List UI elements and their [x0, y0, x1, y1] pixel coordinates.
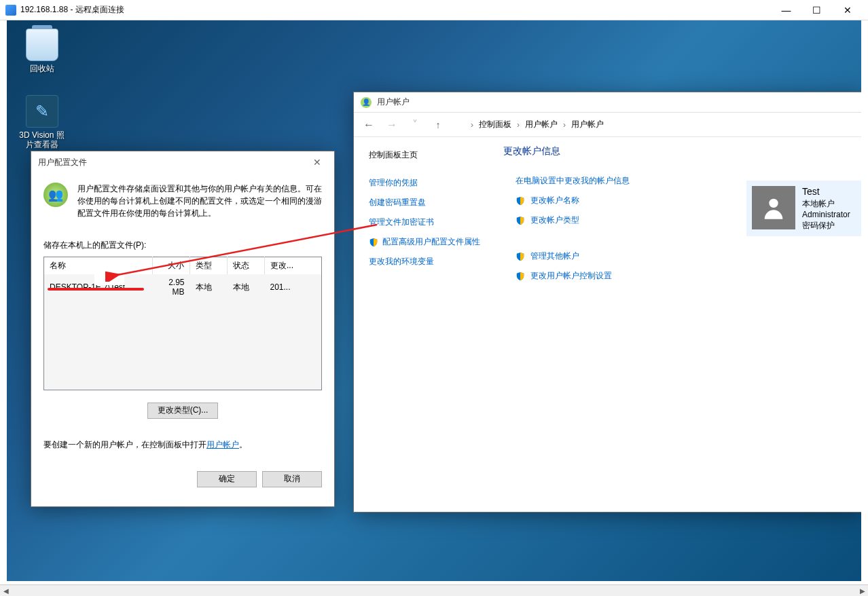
sidebar-item-credentials[interactable]: 管理你的凭据 — [369, 173, 490, 193]
col-size[interactable]: 大小 — [153, 257, 190, 275]
redaction-mark — [94, 274, 124, 285]
close-button[interactable]: ✕ — [832, 0, 863, 20]
main-heading: 更改帐户信息 — [503, 145, 848, 157]
user-accounts-link[interactable]: 用户帐户 — [206, 440, 239, 449]
window-titlebar[interactable]: 用户帐户 — [354, 92, 861, 113]
navigation-bar: ← → ˅ ↑ › 控制面板 › 用户帐户 › 用户帐户 — [354, 113, 861, 137]
col-name[interactable]: 名称 — [44, 257, 153, 275]
cell-modified: 201... — [265, 274, 322, 300]
link-uac-settings[interactable]: 更改用户帐户控制设置 — [503, 266, 848, 286]
shield-icon — [369, 238, 378, 247]
remote-desktop-surface: 回收站 3D Vision 照片查看器 用户配置文件 ✕ 用户配置文件存储桌面设… — [7, 20, 861, 581]
user-accounts-window: 用户帐户 ← → ˅ ↑ › 控制面板 › 用户帐户 › 用户帐户 控制面板主页… — [353, 92, 861, 513]
col-type[interactable]: 类型 — [190, 257, 228, 275]
svg-point-0 — [769, 199, 778, 208]
nav-forward-button[interactable]: → — [384, 117, 400, 133]
sidebar-item-advanced-profiles[interactable]: 配置高级用户配置文件属性 — [369, 232, 490, 252]
profiles-table[interactable]: 名称 大小 类型 状态 更改... DESKTOP-1E 7\Test 2.95… — [43, 257, 322, 390]
breadcrumb-icon — [453, 119, 464, 130]
maximize-button[interactable]: ☐ — [801, 0, 832, 20]
sidebar-item-encryption-cert[interactable]: 管理文件加密证书 — [369, 212, 490, 232]
window-title: 用户帐户 — [377, 96, 410, 108]
user-card: Test 本地帐户 Administrator 密码保护 — [746, 181, 861, 236]
crumb-user-accounts-2[interactable]: 用户帐户 — [568, 117, 607, 132]
image-viewer-icon — [26, 95, 58, 128]
cancel-button[interactable]: 取消 — [262, 471, 322, 487]
user-type: 本地帐户 — [802, 198, 850, 209]
ok-button[interactable]: 确定 — [197, 471, 257, 487]
col-modified[interactable]: 更改... — [265, 257, 322, 275]
recycle-bin-icon[interactable]: 回收站 — [16, 29, 67, 73]
rdc-titlebar: 192.168.1.88 - 远程桌面连接 — ☐ ✕ — [0, 0, 868, 20]
nav-recent-button[interactable]: ˅ — [407, 117, 423, 133]
dialog-titlebar[interactable]: 用户配置文件 ✕ — [31, 151, 334, 173]
crumb-user-accounts-1[interactable]: 用户帐户 — [522, 117, 560, 132]
shield-icon — [516, 252, 525, 261]
user-profiles-icon — [43, 183, 68, 207]
viewer-label: 3D Vision 照片查看器 — [16, 130, 67, 149]
link-manage-others[interactable]: 管理其他帐户 — [503, 246, 848, 266]
create-account-text: 要创建一个新的用户帐户，在控制面板中打开用户帐户。 — [43, 439, 322, 451]
user-accounts-icon — [361, 97, 372, 108]
crumb-control-panel[interactable]: 控制面板 — [476, 117, 514, 132]
nav-back-button[interactable]: ← — [361, 117, 377, 133]
recycle-bin-label: 回收站 — [16, 64, 67, 73]
dialog-close-button[interactable]: ✕ — [307, 154, 327, 170]
shield-icon — [516, 272, 525, 281]
profile-row[interactable]: DESKTOP-1E 7\Test 2.95 MB 本地 本地 201... — [44, 274, 322, 300]
breadcrumb: › 控制面板 › 用户帐户 › 用户帐户 — [471, 117, 607, 132]
trash-icon — [26, 29, 58, 61]
user-profiles-dialog: 用户配置文件 ✕ 用户配置文件存储桌面设置和其他与你的用户帐户有关的信息。可在你… — [31, 151, 335, 507]
nav-up-button[interactable]: ↑ — [430, 117, 446, 133]
col-status[interactable]: 状态 — [228, 257, 265, 275]
scroll-right-button[interactable]: ▶ — [856, 585, 868, 597]
rdc-title: 192.168.1.88 - 远程桌面连接 — [20, 4, 771, 16]
user-pwd: 密码保护 — [802, 220, 850, 231]
user-role: Administrator — [802, 209, 850, 220]
cell-status: 本地 — [228, 274, 265, 300]
horizontal-scrollbar[interactable]: ◀ ▶ — [0, 584, 868, 596]
stored-profiles-label: 储存在本机上的配置文件(P): — [43, 240, 322, 251]
rdc-icon — [5, 5, 16, 16]
user-name: Test — [802, 186, 850, 197]
scroll-left-button[interactable]: ◀ — [0, 585, 12, 597]
shield-icon — [516, 216, 525, 225]
minimize-button[interactable]: — — [771, 0, 801, 20]
sidebar-home[interactable]: 控制面板主页 — [369, 145, 490, 165]
3dvision-viewer-icon[interactable]: 3D Vision 照片查看器 — [16, 95, 67, 149]
dialog-description: 用户配置文件存储桌面设置和其他与你的用户帐户有关的信息。可在你使用的每台计算机上… — [77, 183, 322, 219]
cell-size: 2.95 MB — [153, 274, 190, 300]
annotation-underline — [48, 288, 144, 291]
shield-icon — [516, 196, 525, 206]
cell-type: 本地 — [190, 274, 228, 300]
change-type-button[interactable]: 更改类型(C)... — [147, 403, 219, 419]
sidebar-item-env-vars[interactable]: 更改我的环境变量 — [369, 252, 490, 272]
dialog-title: 用户配置文件 — [38, 157, 307, 168]
sidebar-item-password-reset[interactable]: 创建密码重置盘 — [369, 193, 490, 212]
sidebar: 控制面板主页 管理你的凭据 创建密码重置盘 管理文件加密证书 配置高级用户配置文… — [354, 145, 490, 302]
profiles-table-wrap: 名称 大小 类型 状态 更改... DESKTOP-1E 7\Test 2.95… — [43, 257, 322, 390]
avatar — [752, 186, 795, 229]
